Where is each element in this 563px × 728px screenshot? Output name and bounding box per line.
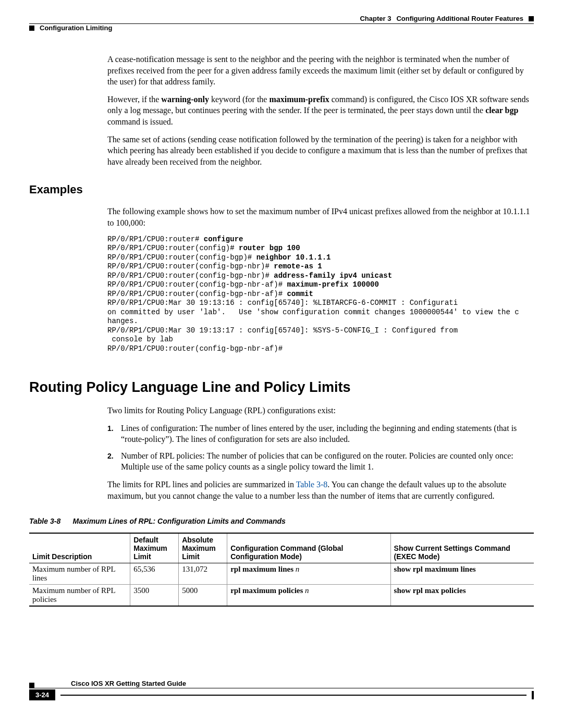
paragraph: A cease-notification message is sent to … <box>107 54 534 88</box>
paragraph: However, if the warning-only keyword (fo… <box>107 94 534 128</box>
cmd: remote-as 1 <box>274 262 322 270</box>
cmd-text: rpl maximum lines <box>230 565 296 573</box>
rpl-list: Lines of configuration: The number of li… <box>107 423 534 473</box>
rpl-limits-table: Limit Description Default Maximum Limit … <box>29 533 534 607</box>
table-ref-link[interactable]: Table 3-8 <box>296 480 328 489</box>
cell-cmd: rpl maximum lines n <box>227 563 390 585</box>
cell-desc: Maximum number of RPL lines <box>29 563 130 585</box>
cell-desc: Maximum number of RPL policies <box>29 585 130 607</box>
paragraph: The same set of actions (sending cease n… <box>107 134 534 168</box>
cell-show: show rpl maximum lines <box>390 563 534 585</box>
rpl-intro: Two limits for Routing Policy Language (… <box>107 405 534 416</box>
code-block: RP/0/RP1/CPU0:router# configure RP/0/RP1… <box>107 235 534 354</box>
footer-rule <box>60 695 527 696</box>
table-title: Maximum Lines of RPL: Configuration Limi… <box>73 517 286 525</box>
th-absolute-max: Absolute Maximum Limit <box>179 533 227 563</box>
guide-title: Cisco IOS XR Getting Started Guide <box>71 680 186 688</box>
show-cmd: show rpl max policies <box>394 586 466 595</box>
prompt: RP/0/RP1/CPU0:router# <box>107 235 204 243</box>
table-row: Maximum number of RPL lines 65,536 131,0… <box>29 563 534 585</box>
keyword-maximum-prefix: maximum-prefix <box>269 95 329 104</box>
prompt: RP/0/RP1/CPU0:router(config-bgp)# <box>107 253 256 262</box>
cmd-text: rpl maximum policies <box>230 586 305 595</box>
page-footer: Cisco IOS XR Getting Started Guide 3-24 <box>29 680 534 700</box>
text: However, if the <box>107 95 161 104</box>
output: console by lab <box>107 335 173 343</box>
prompt: RP/0/RP1/CPU0:router(config-bgp-nbr)# <box>107 262 274 270</box>
section-marker-icon <box>29 26 34 31</box>
output: RP/0/RP1/CPU0:Mar 30 19:13:16 : config[6… <box>107 299 458 307</box>
cmd-var: n <box>296 565 300 573</box>
page-number: 3-24 <box>29 689 55 700</box>
prompt: RP/0/RP1/CPU0:router(config)# <box>107 244 239 252</box>
show-cmd: show rpl maximum lines <box>394 565 476 573</box>
output: hanges. <box>107 317 138 325</box>
keyword-clear-bgp: clear bgp <box>485 106 518 115</box>
th-config-cmd: Configuration Command (Global Configurat… <box>227 533 390 563</box>
th-limit-desc: Limit Description <box>29 533 130 563</box>
rpl-summary: The limits for RPL lines and policies ar… <box>107 479 534 501</box>
text: command is issued. <box>107 117 173 126</box>
cell-absolute: 5000 <box>179 585 227 607</box>
table-caption: Table 3-8 Maximum Lines of RPL: Configur… <box>29 517 534 525</box>
cmd: configure <box>204 235 243 243</box>
page-header: Chapter 3 Configuring Additional Router … <box>29 15 534 22</box>
examples-heading: Examples <box>29 183 534 196</box>
cmd-var: n <box>305 586 309 595</box>
th-show-cmd: Show Current Settings Command (EXEC Mode… <box>390 533 534 563</box>
cell-absolute: 131,072 <box>179 563 227 585</box>
cmd: router bgp 100 <box>239 244 300 252</box>
cmd: commit <box>287 290 313 298</box>
output: on committed by user 'lab'. Use 'show co… <box>107 308 519 316</box>
text: keyword (for the <box>209 95 270 104</box>
rpl-heading: Routing Policy Language Line and Policy … <box>29 379 534 396</box>
chapter-title: Configuring Additional Router Features <box>396 15 523 22</box>
output: RP/0/RP1/CPU0:Mar 30 19:13:17 : config[6… <box>107 326 458 335</box>
cmd: maximum-prefix 100000 <box>287 280 378 289</box>
keyword-warning-only: warning-only <box>161 95 209 104</box>
prompt: RP/0/RP1/CPU0:router(config-bgp-nbr)# <box>107 272 274 280</box>
section-name: Configuration Limiting <box>40 24 112 32</box>
cell-default: 65,536 <box>130 563 179 585</box>
text: The limits for RPL lines and policies ar… <box>107 480 296 489</box>
cmd: address-family ipv4 unicast <box>274 272 392 280</box>
prompt: RP/0/RP1/CPU0:router(config-bgp-nbr-af)# <box>107 344 283 353</box>
prompt: RP/0/RP1/CPU0:router(config-bgp-nbr-af)# <box>107 280 287 289</box>
table-row: Maximum number of RPL policies 3500 5000… <box>29 585 534 607</box>
footer-marker-icon <box>29 683 34 688</box>
chapter-label: Chapter 3 <box>360 15 391 22</box>
prompt: RP/0/RP1/CPU0:router(config-bgp-nbr-af)# <box>107 290 287 298</box>
cmd: neighbor 10.1.1.1 <box>256 253 331 262</box>
list-item: Lines of configuration: The number of li… <box>107 423 534 445</box>
cell-cmd: rpl maximum policies n <box>227 585 390 607</box>
table-number: Table 3-8 <box>29 517 60 525</box>
footer-end-icon <box>532 691 534 699</box>
th-default-max: Default Maximum Limit <box>130 533 179 563</box>
examples-intro: The following example shows how to set t… <box>107 206 534 228</box>
list-item: Number of RPL policies: The number of po… <box>107 450 534 473</box>
header-marker-icon <box>529 16 534 21</box>
cell-show: show rpl max policies <box>390 585 534 607</box>
cell-default: 3500 <box>130 585 179 607</box>
